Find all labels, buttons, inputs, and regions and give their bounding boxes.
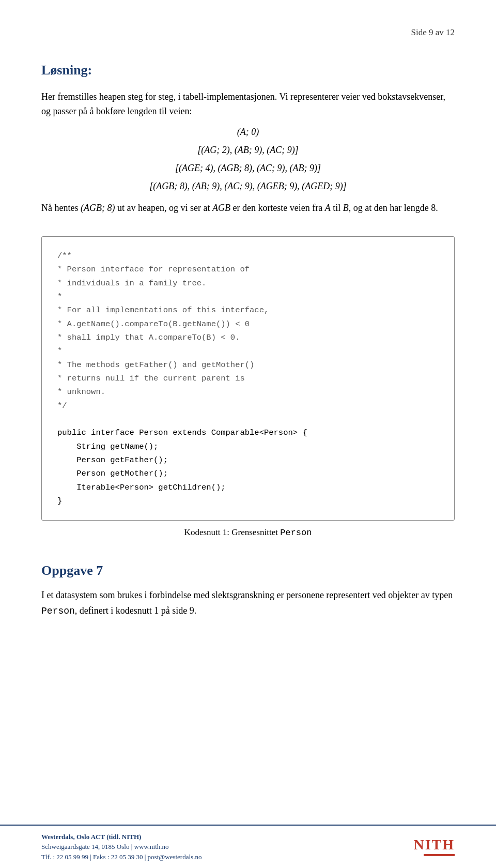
oppgave-title: Oppgave 7: [41, 560, 455, 581]
math-line-4: [(AGB; 8), (AB; 9), (AC; 9), (AGEB; 9), …: [41, 179, 455, 193]
page: Side 9 av 12 Løsning: Her fremstilles he…: [0, 0, 496, 868]
math-line-1: (A; 0): [41, 125, 455, 139]
page-number: Side 9 av 12: [411, 27, 455, 37]
nith-logo: NITH: [413, 837, 455, 856]
code-caption-mono: Person: [280, 528, 312, 538]
section-title-losning: Løsning:: [41, 60, 455, 80]
math-line-2: [(AG; 2), (AB; 9), (AC; 9)]: [41, 143, 455, 157]
nith-logo-text: NITH: [413, 837, 455, 852]
page-footer: Westerdals, Oslo ACT (tidl. NITH) Schwei…: [0, 825, 496, 869]
footer-phone: Tlf. : 22 05 99 99 | Faks : 22 05 39 30 …: [41, 852, 202, 862]
code-public-interface: public interface Person extends Comparab…: [57, 428, 307, 506]
nith-logo-bar: [424, 854, 455, 856]
oppgave-mono-person: Person: [41, 606, 75, 616]
code-block: /** * Person interface for representatio…: [41, 236, 455, 521]
math-line-3: [(AGE; 4), (AGB; 8), (AC; 9), (AB; 9)]: [41, 161, 455, 175]
oppgave-paragraph: I et datasystem som brukes i forbindelse…: [41, 588, 455, 619]
outro-paragraph: Nå hentes (AGB; 8) ut av heapen, og vi s…: [41, 201, 455, 216]
footer-contact: Westerdals, Oslo ACT (tidl. NITH) Schwei…: [41, 832, 202, 862]
code-comment-line-1: /** * Person interface for representatio…: [57, 251, 269, 410]
footer-org-name: Westerdals, Oslo ACT (tidl. NITH): [41, 832, 202, 842]
code-caption: Kodesnutt 1: Grensesnittet Person: [41, 526, 455, 540]
page-header: Side 9 av 12: [41, 26, 455, 39]
intro-paragraph: Her fremstilles heapen steg for steg, i …: [41, 89, 455, 119]
footer-address: Schweigaardsgate 14, 0185 Oslo | www.nit…: [41, 842, 202, 852]
